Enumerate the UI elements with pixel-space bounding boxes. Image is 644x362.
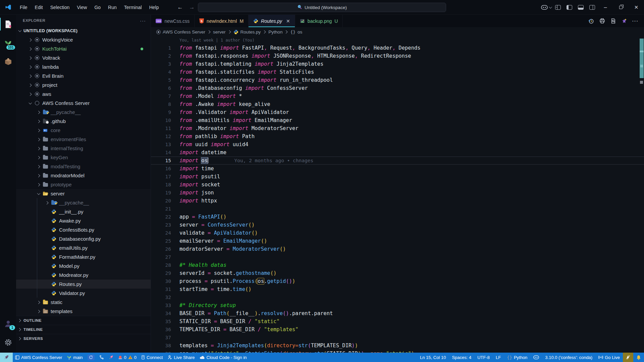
code-line-17[interactable]: 17import psutil [151,173,644,181]
section-outline[interactable]: OUTLINE [16,316,151,325]
ellipsis-icon[interactable]: ··· [140,18,146,23]
code-line-18[interactable]: 18import socket [151,181,644,189]
code-line-22[interactable]: 22app = FastAPI() [151,213,644,221]
code-line-26[interactable]: 26modratorServer = ModeratorServer() [151,245,644,253]
tree-item--github[interactable]: .github [16,117,151,126]
code-line-33[interactable]: 33#* Directory setup [151,301,644,309]
status-problems[interactable]: 00 [116,353,139,362]
tree-item--pycache-[interactable]: __pycache__ [16,108,151,117]
code-line-25[interactable]: 25emailServer = EmailManager() [151,237,644,245]
activity-settings[interactable] [0,335,16,350]
breadcrumb-server[interactable]: server [213,29,226,35]
code-line-27[interactable]: 27 [151,253,644,261]
tree-item-core[interactable]: core [16,126,151,135]
code-line-23[interactable]: 23server = ConfessServer() [151,221,644,229]
tree-item-validator-py[interactable]: Validator.py [16,289,151,298]
status-cloud-code[interactable]: Cloud Code - Sign in [197,353,249,362]
code-line-28[interactable]: 28#* Health datas [151,261,644,269]
code-line-15[interactable]: 15import osYou, 2 months ago • chnages [151,157,644,165]
nav-forward-icon[interactable]: → [189,4,195,11]
tree-item-databaseconfig-py[interactable]: Databaseconfig.py [16,234,151,243]
tree-item-enviromentfiles[interactable]: enviromentFiles [16,135,151,144]
status-connect[interactable]: Connect [139,353,165,362]
status-language-mode[interactable]: {}Python [504,353,530,362]
code-line-10[interactable]: 10from .emailUtils import EmailManager [151,116,644,124]
code-line-5[interactable]: 5from fastapi.concurrency import run_in_… [151,76,644,84]
tree-item-formatmaker-py[interactable]: FormatMaker.py [16,252,151,261]
code-line-21[interactable]: 21 [151,205,644,213]
code-line-1[interactable]: 1from fastapi import FastAPI, Request, B… [151,44,644,52]
tree-item-server[interactable]: server [16,189,151,198]
tree-item-prototype[interactable]: prototype [16,180,151,189]
code-line-37[interactable]: 37 [151,334,644,342]
tree-item-aws-confess-server[interactable]: AWS Confess Server [16,99,151,108]
tree-item-modaltesting[interactable]: modalTesting [16,162,151,171]
minimize-icon[interactable]: – [598,0,613,15]
tree-item-model-py[interactable]: Model.py [16,261,151,270]
tree-item-modreator-py[interactable]: Modreator.py [16,270,151,280]
code-line-29[interactable]: 29serverId = socket.gethostname() [151,269,644,277]
activity-extensions[interactable] [0,54,16,69]
tab-close-icon[interactable]: ✕ [285,18,290,24]
tab-routes.py[interactable]: Routes.py✕ [249,15,295,27]
code-line-6[interactable]: 6from .Databaseconfig import ConfessServ… [151,84,644,92]
status-eol[interactable]: LF [493,353,504,362]
tree-item-routes-py[interactable]: Routes.py [16,280,151,289]
code-line-24[interactable]: 24validate = ApiValidator() [151,229,644,237]
code-line-11[interactable]: 11from .Modreator import ModeratorServer [151,124,644,132]
tree-item-internaltesting[interactable]: internalTesting [16,144,151,153]
breadcrumb-python[interactable]: Python [268,29,282,35]
code-line-13[interactable]: 13from uuid import uuid4 [151,140,644,148]
code-line-39[interactable]: 39app.mount("/static", StaticFiles(direc… [151,350,644,353]
code-line-3[interactable]: 3from fastapi.templating import Jinja2Te… [151,60,644,68]
code-line-4[interactable]: 4from fastapi.staticfiles import StaticF… [151,68,644,76]
workspace-root[interactable]: UNTITLED (WORKSPACE) [16,26,151,35]
tab-newindex.html[interactable]: 5newIndex.htmlM [195,15,249,27]
tree-item--pycache-[interactable]: __pycache__ [16,198,151,207]
print-icon[interactable] [599,18,605,24]
menu-edit[interactable]: Edit [31,3,47,12]
tree-item-aws[interactable]: aws [16,89,151,99]
tree-item-keygen[interactable]: keyGen [16,153,151,162]
tab-backup.png[interactable]: backup.pngU [295,15,343,27]
tree-item-evil-brain[interactable]: Evil Brain [16,71,151,80]
code-line-16[interactable]: 16import time [151,165,644,173]
ellipsis-icon[interactable]: ··· [632,18,639,23]
activity-source-control[interactable]: 101 [0,35,16,51]
tree-item-awake-py[interactable]: Awake.py [16,216,151,225]
menu-go[interactable]: Go [91,3,104,12]
breadcrumb-aws-confess-server[interactable]: AWS Confess Server [156,29,205,35]
status-remote-indicator[interactable] [0,353,13,362]
close-icon[interactable]: ✕ [629,0,644,15]
status-rocket-launch[interactable] [106,353,116,362]
toggle-secondary-sidebar-icon[interactable] [586,2,598,12]
code-line-30[interactable]: 30process = psutil.Process(os.getpid()) [151,277,644,285]
code-line-36[interactable]: 36TEMPLATES_DIR = BASE_DIR / "templates" [151,325,644,334]
code-line-32[interactable]: 32 [151,293,644,301]
tree-item-project[interactable]: project [16,80,151,89]
menu-terminal[interactable]: Terminal [120,3,146,12]
activity-accounts[interactable]: 1 [0,316,16,331]
status-git-sync[interactable] [85,353,97,362]
copilot-icon[interactable] [541,2,552,12]
search-doc-icon[interactable] [610,18,616,24]
breadcrumb-routes-py[interactable]: Routes.py [233,29,261,35]
tree-item-static[interactable]: static [16,298,151,307]
scrollbar[interactable] [639,37,644,353]
code-line-19[interactable]: 19import json [151,189,644,197]
menu-file[interactable]: File [16,3,31,12]
code-editor[interactable]: You, last week | 1 author (You) 1from fa… [151,37,644,353]
section-timeline[interactable]: TIMELINE [16,325,151,334]
tree-item-modratormodel[interactable]: modratorModel [16,171,151,180]
menu-help[interactable]: Help [146,3,163,12]
code-line-35[interactable]: 35STATIC_DIR = BASE_DIR / "static" [151,317,644,325]
tree-item-workingvoice[interactable]: WorkingVoice [16,35,151,44]
restore-icon[interactable] [613,0,629,15]
history-icon[interactable] [588,18,594,24]
toggle-panel-icon[interactable] [575,2,586,12]
menu-selection[interactable]: Selection [47,3,73,12]
tree-item--init-py[interactable]: __init__.py [16,207,151,216]
status-python-interpreter[interactable]: 3.10.0 ('confess': conda) [542,353,595,362]
code-line-34[interactable]: 34BASE_DIR = Path(__file__).resolve().pa… [151,309,644,317]
status-compare-changes[interactable] [97,353,106,362]
